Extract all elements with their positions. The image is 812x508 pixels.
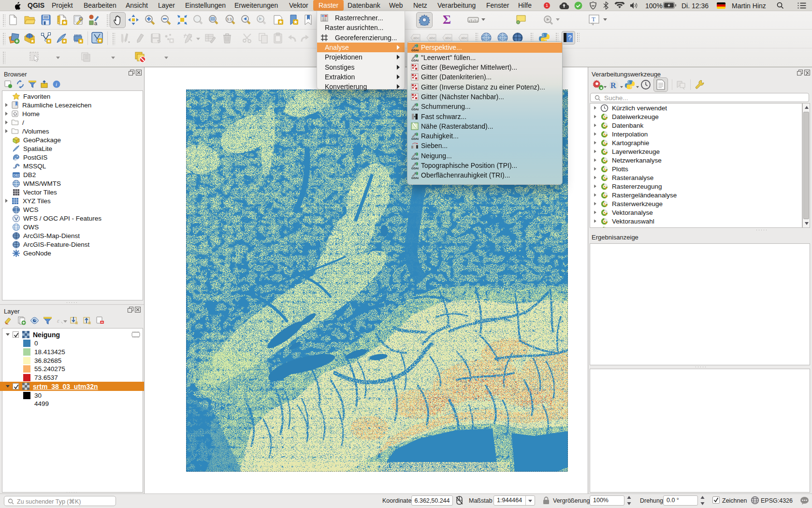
svg-text:GDAL: GDAL (411, 137, 419, 140)
svg-text:abc: abc (445, 36, 451, 40)
svg-text:abc: abc (461, 36, 467, 40)
svg-text:GDAL: GDAL (411, 177, 419, 179)
svg-text:ε: ε (57, 317, 60, 324)
svg-text:GDAL: GDAL (411, 157, 419, 160)
svg-text:i: i (56, 81, 57, 87)
svg-text:R: R (610, 81, 616, 90)
svg-text:1:1: 1:1 (227, 17, 232, 21)
svg-text:abc: abc (413, 36, 420, 40)
svg-text:GDAL: GDAL (411, 49, 419, 52)
svg-text:abc: abc (429, 36, 435, 40)
svg-text:T: T (592, 15, 595, 23)
svg-text:DB2: DB2 (14, 173, 20, 177)
svg-text:GDAL: GDAL (411, 167, 419, 170)
svg-text:?: ? (568, 34, 572, 42)
svg-text:a: a (94, 20, 98, 26)
svg-text:GDAL: GDAL (411, 108, 419, 111)
svg-text:GDAL: GDAL (411, 59, 419, 61)
